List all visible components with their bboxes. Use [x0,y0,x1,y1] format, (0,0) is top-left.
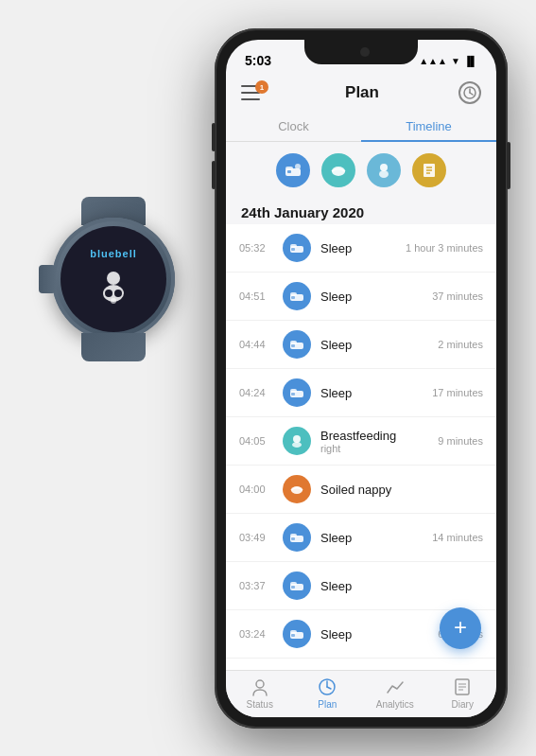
svg-point-14 [379,170,389,178]
svg-rect-24 [290,292,297,296]
svg-point-11 [295,164,301,169]
filter-sleep[interactable] [276,153,310,187]
signal-icon: ▲▲▲ [419,56,447,66]
feed-icon [283,427,311,455]
item-text: Soiled nappy [320,483,483,497]
filter-nappy[interactable] [321,153,355,187]
svg-rect-27 [290,341,297,344]
wifi-icon: ▼ [451,56,460,66]
tab-clock[interactable]: Clock [226,112,361,141]
item-duration: 1 hour 3 minutes [406,242,483,254]
plan-nav-label: Plan [318,699,337,710]
clock-svg [462,85,477,100]
svg-line-7 [470,93,473,95]
add-icon: + [454,616,467,639]
item-title: Sleep [320,627,438,642]
item-text: Sleep [320,531,432,545]
item-duration: 14 minutes [432,532,483,543]
clock-history-icon[interactable] [458,81,481,104]
item-text: Sleep [320,338,438,352]
list-item[interactable]: 03:49 Sleep 14 minutes [226,514,496,562]
sleep-icon [283,282,311,310]
item-duration: 2 minutes [438,339,483,350]
item-title: Sleep [320,531,432,545]
svg-rect-26 [291,344,295,347]
list-item[interactable]: 05:32 Sleep 1 hour 3 minutes [226,224,496,273]
analytics-nav-label: Analytics [376,699,414,710]
svg-rect-21 [290,244,297,248]
diary-filter-icon [420,161,439,180]
item-time: 04:51 [239,290,273,302]
diary-nav-icon [452,677,473,697]
item-text: Sleep [320,627,438,642]
battery-icon: ▐▌ [464,56,477,66]
date-header: 24th January 2020 [226,199,496,224]
item-title: Soiled nappy [320,483,483,497]
item-duration: 17 minutes [432,387,483,398]
nappy-icon [283,475,311,503]
item-text: Sleep [320,579,483,593]
nappy-filter-icon [329,161,348,180]
svg-point-31 [293,435,301,443]
svg-rect-10 [285,167,293,170]
notification-badge: 1 [255,80,268,94]
list-item[interactable]: 04:00 Soiled nappy [226,466,496,514]
add-button[interactable]: + [440,607,481,649]
watch-body: bluebell [52,218,175,341]
filter-feed[interactable] [367,153,401,187]
svg-point-4 [111,298,116,304]
sleep-icon [283,378,311,407]
status-icons: ▲▲▲ ▼ ▐▌ [419,56,477,66]
item-title: Sleep [320,338,438,352]
item-time: 03:49 [239,532,273,543]
analytics-nav-icon [385,677,406,697]
filter-row [226,142,496,199]
nav-plan[interactable]: Plan [294,677,362,710]
item-title: Sleep [320,579,483,593]
svg-rect-23 [291,296,295,299]
item-time: 04:24 [239,387,273,398]
screen-content: 1 Plan Clock [226,78,496,717]
plan-nav-icon [317,677,337,697]
svg-point-2 [105,290,112,297]
svg-point-13 [380,164,388,171]
svg-rect-29 [291,393,295,396]
sleep-filter-icon [284,161,303,180]
svg-rect-42 [290,630,297,634]
filter-diary[interactable] [412,153,446,187]
nav-status[interactable]: Status [226,677,294,710]
svg-point-32 [292,442,302,448]
svg-rect-38 [291,586,295,589]
list-item[interactable]: 04:44 Sleep 2 minutes [226,321,496,369]
svg-rect-20 [291,248,295,251]
item-text: Sleep [320,386,432,400]
item-title: Sleep [320,290,432,304]
item-duration: 37 minutes [432,290,483,302]
tab-timeline[interactable]: Timeline [361,112,496,141]
list-item[interactable]: 04:51 Sleep 37 minutes [226,273,496,321]
item-text: Sleep [320,241,406,255]
nav-analytics[interactable]: Analytics [361,677,429,710]
item-title: Breastfeeding [320,429,438,443]
status-nav-icon [250,677,270,697]
watch-brand-label: bluebell [66,248,161,259]
page-title: Plan [345,83,379,102]
svg-point-0 [107,272,120,285]
list-item[interactable]: 04:05 Breastfeeding right 9 minutes [226,417,496,466]
item-time: 05:32 [239,242,273,254]
menu-button[interactable]: 1 [241,83,266,102]
watch-screen: bluebell [66,248,161,310]
watch-baby-icon [93,265,134,307]
smartwatch: bluebell [28,189,199,397]
item-time: 04:00 [239,483,273,495]
svg-point-43 [256,680,264,688]
list-item[interactable]: 04:24 Sleep 17 minutes [226,369,496,417]
item-time: 04:05 [239,435,273,447]
app-header: 1 Plan [226,78,496,112]
nav-diary[interactable]: Diary [429,677,497,710]
feed-filter-icon [374,161,393,180]
status-time: 5:03 [245,53,271,68]
list-item[interactable]: 03:37 Sleep [226,562,496,610]
svg-rect-39 [290,582,297,586]
sleep-icon [283,620,311,648]
